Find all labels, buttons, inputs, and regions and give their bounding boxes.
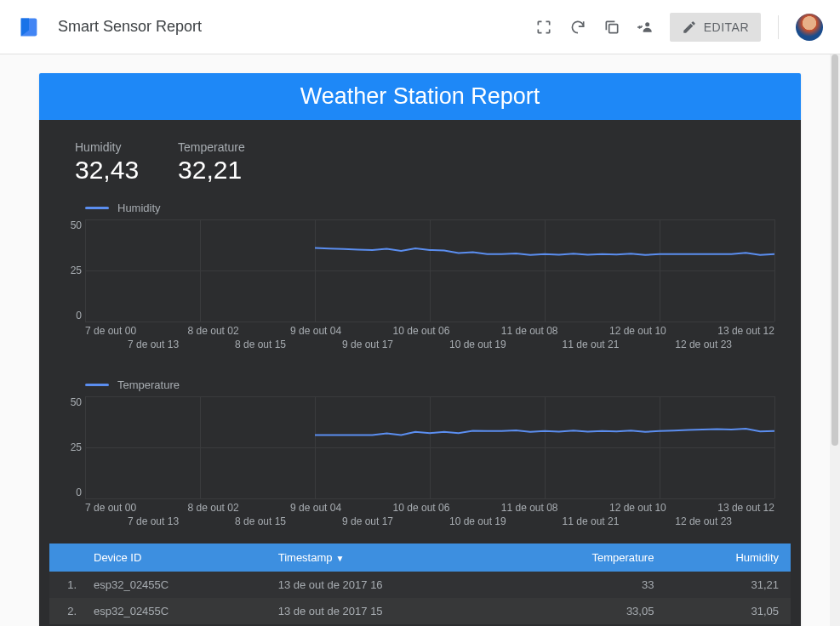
refresh-icon[interactable]: [561, 10, 595, 44]
scorecard-label: Humidity: [75, 140, 139, 154]
chart-temperature[interactable]: Temperature 50 25 0 7 de out 008 de out …: [49, 373, 791, 532]
col-temperature[interactable]: Temperature: [506, 543, 666, 572]
legend-label: Humidity: [117, 202, 161, 214]
scorecard-value: 32,21: [178, 156, 245, 185]
report-scroll-area[interactable]: Weather Station Report Humidity 32,43 Te…: [0, 54, 840, 626]
toolbar-divider: [778, 15, 779, 39]
scorecard-temperature[interactable]: Temperature 32,21: [178, 140, 245, 185]
scrollbar-thumb[interactable]: [831, 54, 838, 446]
svg-point-1: [645, 22, 649, 26]
table-row[interactable]: 2.esp32_02455C13 de out de 2017 1533,053…: [49, 598, 791, 624]
share-person-icon[interactable]: [629, 10, 663, 44]
sort-desc-icon: ▼: [336, 554, 345, 563]
scorecards-row: Humidity 32,43 Temperature 32,21: [49, 135, 791, 196]
x-axis-labels: 7 de out 008 de out 029 de out 0410 de o…: [49, 325, 791, 351]
copy-icon[interactable]: [595, 10, 629, 44]
edit-button-label: EDITAR: [704, 20, 749, 34]
app-toolbar: Smart Sensor Report EDITAR: [0, 0, 840, 54]
y-axis-labels: 50 25 0: [56, 219, 82, 322]
edit-button[interactable]: EDITAR: [670, 13, 761, 42]
col-timestamp[interactable]: Timestamp▼: [266, 543, 506, 572]
table-row[interactable]: 1.esp32_02455C13 de out de 2017 163331,2…: [49, 572, 791, 598]
data-table[interactable]: Device ID Timestamp▼ Temperature Humidit…: [49, 543, 791, 624]
col-humidity[interactable]: Humidity: [666, 543, 791, 572]
scorecard-humidity[interactable]: Humidity 32,43: [75, 140, 139, 185]
chart-humidity[interactable]: Humidity 50 25 0 7 de out 008 de out 029…: [49, 196, 791, 355]
document-title[interactable]: Smart Sensor Report: [58, 18, 202, 36]
table-header-row: Device ID Timestamp▼ Temperature Humidit…: [49, 543, 791, 572]
report-container: Weather Station Report Humidity 32,43 Te…: [39, 73, 801, 626]
report-body: Humidity 32,43 Temperature 32,21 Humidit…: [39, 120, 801, 626]
scorecard-value: 32,43: [75, 156, 139, 185]
vertical-scrollbar[interactable]: [830, 54, 840, 626]
svg-rect-0: [609, 24, 617, 32]
chart-legend: Humidity: [49, 202, 791, 214]
report-title: Weather Station Report: [39, 73, 801, 120]
chart-plot-area: [85, 219, 774, 322]
col-device[interactable]: Device ID: [82, 543, 266, 572]
user-avatar[interactable]: [796, 14, 823, 41]
scorecard-label: Temperature: [178, 140, 245, 154]
chart-plot-area: [85, 396, 774, 498]
legend-swatch-icon: [85, 207, 109, 209]
y-axis-labels: 50 25 0: [56, 396, 82, 498]
legend-swatch-icon: [85, 384, 109, 386]
pencil-icon: [682, 20, 697, 35]
chart-legend: Temperature: [49, 378, 791, 391]
app-logo-icon: [17, 15, 41, 39]
legend-label: Temperature: [117, 378, 180, 391]
fullscreen-icon[interactable]: [527, 10, 561, 44]
x-axis-labels: 7 de out 008 de out 029 de out 0410 de o…: [49, 502, 791, 528]
